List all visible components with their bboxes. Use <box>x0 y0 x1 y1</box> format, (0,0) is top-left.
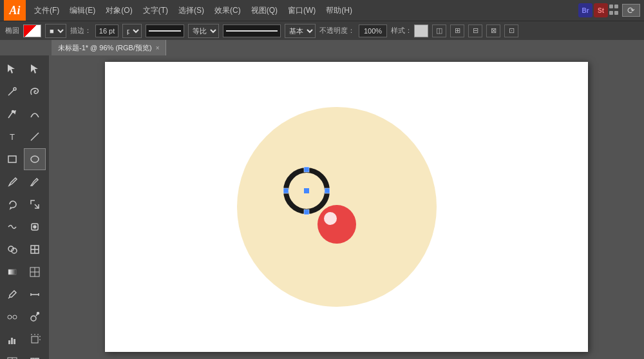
blend-tool[interactable] <box>1 306 23 328</box>
center-point <box>304 188 309 193</box>
artboard-tool[interactable] <box>24 329 46 351</box>
stroke-unit-select[interactable]: pt <box>122 24 142 38</box>
canvas-document <box>105 62 588 352</box>
tool-row-10 <box>1 261 48 283</box>
toolbar: T <box>0 55 49 359</box>
svg-rect-29 <box>11 338 13 344</box>
selection-handle-top[interactable] <box>304 167 309 172</box>
style-label: 样式： <box>391 26 412 35</box>
red-circle-highlight <box>324 212 337 225</box>
mesh-tool[interactable] <box>24 261 46 283</box>
grid-icon[interactable] <box>609 5 621 16</box>
direct-select-tool[interactable] <box>24 58 46 80</box>
opacity-input[interactable] <box>359 24 387 37</box>
document-tab[interactable]: 未标题-1* @ 96% (RGB/预览) × <box>52 40 166 55</box>
appearance-icon[interactable]: ◫ <box>432 24 446 37</box>
doc-tab-close[interactable]: × <box>156 44 160 52</box>
svg-rect-15 <box>8 269 16 275</box>
sync-icon[interactable]: ⟳ <box>622 4 640 17</box>
stroke-value-input[interactable] <box>95 24 118 37</box>
svg-rect-28 <box>8 340 10 344</box>
paintbrush-tool[interactable] <box>1 171 23 193</box>
live-paint-tool[interactable] <box>24 238 46 260</box>
tool-row-11 <box>1 284 48 306</box>
svg-rect-31 <box>32 336 38 343</box>
rotate-tool[interactable] <box>1 193 23 215</box>
tool-row-3 <box>1 103 48 125</box>
shape-builder-tool[interactable] <box>1 238 23 260</box>
line-tool[interactable] <box>24 126 46 148</box>
menu-view[interactable]: 视图(Q) <box>247 3 282 19</box>
stroke-type-select[interactable]: ■ <box>45 24 66 38</box>
opacity-label: 不透明度： <box>319 26 355 35</box>
svg-point-27 <box>37 313 39 315</box>
svg-point-7 <box>31 156 39 162</box>
main-area: T <box>0 55 644 359</box>
menu-select[interactable]: 选择(S) <box>174 3 209 19</box>
doc-tab-title: 未标题-1* @ 96% (RGB/预览) <box>58 43 152 53</box>
layer-icon[interactable]: ⊞ <box>450 24 464 37</box>
selection-handle-bottom[interactable] <box>304 209 309 215</box>
dash-line-preview[interactable] <box>223 24 281 37</box>
slice-tool[interactable] <box>1 351 23 359</box>
scale-tool[interactable] <box>24 193 46 215</box>
menu-type[interactable]: 文字(T) <box>138 3 173 19</box>
tool-row-6 <box>1 171 48 193</box>
extra-tool[interactable] <box>24 351 46 359</box>
warp-tool[interactable] <box>1 216 23 238</box>
svg-point-3 <box>14 88 16 90</box>
tool-row-7 <box>1 193 48 215</box>
st-badge[interactable]: St <box>594 3 608 17</box>
app-logo: Ai <box>4 0 26 21</box>
type-icon: T <box>10 132 15 142</box>
stroke-line-preview[interactable] <box>146 24 184 37</box>
svg-marker-1 <box>31 64 38 73</box>
ellipse-tool[interactable] <box>24 148 46 170</box>
selection-handle-left[interactable] <box>283 188 289 193</box>
tool-row-2 <box>1 81 48 102</box>
ratio-select[interactable]: 等比 <box>188 24 219 38</box>
gradient-tool[interactable] <box>1 261 23 283</box>
lasso-tool[interactable] <box>24 81 46 102</box>
menu-file[interactable]: 文件(F) <box>30 3 64 19</box>
pen-tool[interactable] <box>1 103 23 125</box>
type-tool[interactable]: T <box>1 126 23 148</box>
br-badge[interactable]: Br <box>578 3 592 17</box>
reshape-tool[interactable] <box>24 216 46 238</box>
rect-tool[interactable] <box>1 148 23 170</box>
artwork-svg <box>105 62 588 352</box>
base-select[interactable]: 基本 <box>285 24 316 38</box>
curvature-tool[interactable] <box>24 103 46 125</box>
svg-rect-6 <box>8 156 16 162</box>
selection-handle-right[interactable] <box>325 188 330 193</box>
tool-row-13 <box>1 329 48 351</box>
symbol-sprayer-tool[interactable] <box>24 306 46 328</box>
red-circle[interactable] <box>317 205 356 244</box>
transform-icon[interactable]: ⊠ <box>486 24 500 37</box>
tool-row-4: T <box>1 126 48 148</box>
style-swatch[interactable] <box>414 24 428 37</box>
pathfinder-icon[interactable]: ⊡ <box>504 24 518 37</box>
svg-marker-0 <box>8 64 15 73</box>
menu-effect[interactable]: 效果(C) <box>210 3 245 19</box>
tool-row-14 <box>1 351 48 359</box>
column-graph-tool[interactable] <box>1 329 23 351</box>
select-tool[interactable] <box>1 58 23 80</box>
measure-tool[interactable] <box>24 284 46 306</box>
tab-bar: 未标题-1* @ 96% (RGB/预览) × <box>0 40 644 55</box>
fill-color-swatch[interactable] <box>23 24 41 37</box>
magic-wand-tool[interactable] <box>1 81 23 102</box>
svg-point-9 <box>33 226 36 228</box>
tool-row-1 <box>1 58 48 80</box>
menu-window[interactable]: 窗口(W) <box>283 3 320 19</box>
menu-help[interactable]: 帮助(H) <box>321 3 357 19</box>
eyedropper-tool[interactable] <box>1 284 23 306</box>
tool-row-5 <box>1 148 48 170</box>
menu-edit[interactable]: 编辑(E) <box>65 3 100 19</box>
svg-point-23 <box>8 315 12 319</box>
menu-object[interactable]: 对象(O) <box>101 3 137 19</box>
pencil-tool[interactable] <box>24 171 46 193</box>
align-icon[interactable]: ⊟ <box>468 24 482 37</box>
svg-line-2 <box>8 90 14 95</box>
svg-line-19 <box>8 297 10 298</box>
